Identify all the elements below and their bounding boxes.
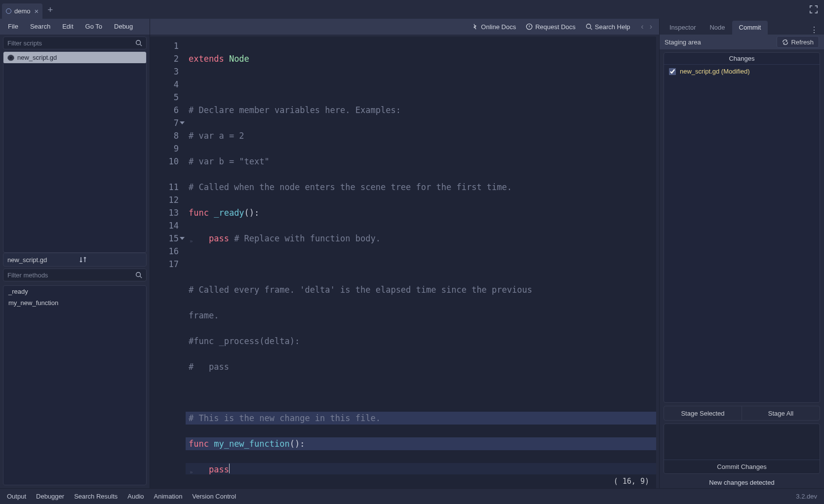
fullscreen-icon[interactable]	[809, 5, 818, 14]
svg-point-2	[136, 272, 141, 277]
code-body[interactable]: extends Node # Declare member variables …	[186, 37, 656, 474]
panel-audio[interactable]: Audio	[127, 493, 144, 500]
change-file-label: new_script.gd (Modified)	[680, 68, 750, 75]
commit-message-area[interactable]	[664, 424, 820, 460]
menu-file[interactable]: File	[2, 19, 24, 35]
close-icon[interactable]: ×	[35, 7, 39, 15]
changes-header: Changes	[664, 53, 820, 65]
changes-detected-label: New changes detected	[660, 477, 824, 488]
script-list-item[interactable]: new_script.gd	[3, 52, 146, 63]
tab-inspector[interactable]: Inspector	[663, 21, 703, 35]
line-gutter: 1 2 3 4 5 6 7 8 9 10 11 12 13 14 15 16	[150, 37, 186, 474]
method-item[interactable]: my_new_function	[3, 297, 146, 309]
refresh-button[interactable]: Refresh	[777, 36, 819, 48]
stage-selected-button[interactable]: Stage Selected	[664, 406, 742, 420]
panel-animation[interactable]: Animation	[154, 493, 183, 500]
staging-area-label: Staging area	[665, 39, 701, 46]
search-icon[interactable]	[131, 39, 146, 46]
add-scene-button[interactable]: +	[42, 4, 58, 15]
scene-tab-label: demo	[14, 7, 31, 15]
menu-debug[interactable]: Debug	[108, 19, 139, 35]
search-help-button[interactable]: Search Help	[582, 19, 634, 35]
menu-edit[interactable]: Edit	[56, 19, 79, 35]
nav-forward-icon[interactable]: ›	[647, 22, 655, 31]
request-docs-button[interactable]: Request Docs	[522, 19, 580, 35]
filter-methods-row	[3, 269, 147, 281]
editor-toolbar: Online Docs Request Docs Search Help ‹ ›	[150, 19, 659, 35]
filter-scripts-row	[3, 37, 147, 49]
commit-changes-button[interactable]: Commit Changes	[664, 460, 820, 473]
change-checkbox[interactable]	[669, 68, 676, 75]
scene-icon	[6, 8, 11, 14]
script-item-label: new_script.gd	[17, 54, 57, 61]
version-label: 3.2.dev	[796, 493, 817, 500]
panel-version-control[interactable]: Version Control	[192, 493, 236, 500]
svg-point-4	[587, 24, 591, 29]
svg-point-0	[136, 40, 141, 45]
panel-output[interactable]: Output	[7, 493, 26, 500]
filter-methods-input[interactable]	[3, 271, 131, 279]
current-script-label: new_script.gd	[3, 256, 75, 264]
filter-scripts-input[interactable]	[3, 39, 131, 47]
sort-icon[interactable]	[75, 256, 147, 264]
change-item[interactable]: new_script.gd (Modified)	[664, 65, 820, 78]
tab-node[interactable]: Node	[703, 21, 732, 35]
stage-all-button[interactable]: Stage All	[742, 406, 820, 420]
cursor-position: ( 16, 9)	[150, 474, 656, 488]
menu-search[interactable]: Search	[24, 19, 56, 35]
script-menu-bar: File Search Edit Go To Debug	[0, 19, 150, 35]
menu-goto[interactable]: Go To	[79, 19, 108, 35]
panel-search-results[interactable]: Search Results	[74, 493, 118, 500]
tab-commit[interactable]: Commit	[732, 21, 768, 35]
panel-debugger[interactable]: Debugger	[36, 493, 64, 500]
scene-tab-demo[interactable]: demo ×	[2, 3, 42, 19]
more-icon[interactable]: ⋮	[804, 25, 824, 35]
method-item[interactable]: _ready	[3, 286, 146, 297]
gear-icon	[7, 54, 14, 61]
nav-back-icon[interactable]: ‹	[638, 22, 646, 31]
current-script-row: new_script.gd	[3, 253, 147, 267]
online-docs-button[interactable]: Online Docs	[468, 19, 520, 35]
search-icon[interactable]	[131, 271, 146, 278]
code-editor[interactable]: 1 2 3 4 5 6 7 8 9 10 11 12 13 14 15 16	[150, 37, 656, 488]
